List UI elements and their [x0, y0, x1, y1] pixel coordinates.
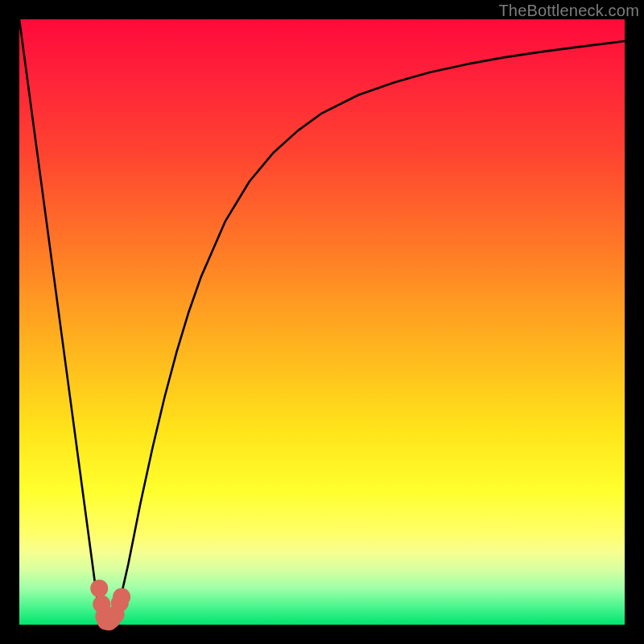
chart-svg	[19, 19, 625, 625]
bottleneck-curve	[19, 19, 625, 625]
highlight-points	[90, 580, 130, 630]
frame: TheBottleneck.com	[0, 0, 644, 644]
data-point	[113, 588, 130, 605]
data-point	[90, 580, 108, 597]
watermark-text: TheBottleneck.com	[498, 2, 639, 20]
